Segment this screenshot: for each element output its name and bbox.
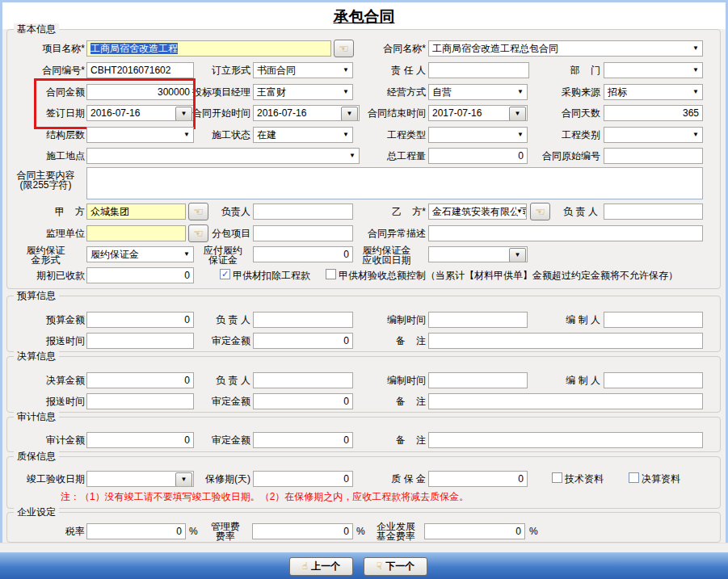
payable-guarantee-field[interactable]: 0 xyxy=(253,246,353,262)
budget-approved-field[interactable]: 0 xyxy=(253,333,353,349)
up-hand-icon: ☝ xyxy=(302,560,308,572)
guarantee-form-combo[interactable]: 履约保证金▼ xyxy=(86,246,194,262)
budget-ctime-field[interactable] xyxy=(428,312,528,328)
dropdown-arrow-icon: ▼ xyxy=(517,132,524,138)
warranty-days-label: 保修期(天) xyxy=(187,473,250,485)
start-date-picker[interactable]: 2016-07-16▼ xyxy=(253,105,360,121)
material-control-checkbox[interactable] xyxy=(326,269,336,279)
responsible-field[interactable] xyxy=(428,62,529,78)
contract-name-combo[interactable]: 工商局宿舍改造工程总包合同▼ xyxy=(428,40,703,57)
contract-days-field[interactable]: 365 xyxy=(604,105,703,121)
final-docs-checkbox[interactable] xyxy=(629,472,639,483)
responsible-label: 责 任 人 xyxy=(347,65,426,76)
dev-rate-field[interactable]: 0 xyxy=(424,523,525,539)
window-border-left xyxy=(0,0,2,552)
warranty-note: 注：（1）没有竣工请不要填写竣工验收日期。（2）在保修期之内，应收工程款将减去质… xyxy=(61,490,469,504)
project-category-combo[interactable]: ▼ xyxy=(604,127,703,143)
bid-manager-combo[interactable]: 王富财▼ xyxy=(253,84,353,100)
initial-received-label: 期初已收款 xyxy=(6,270,85,281)
guarantee-return-picker[interactable]: ▼ xyxy=(428,246,528,262)
supervisor-field[interactable] xyxy=(86,225,186,241)
initial-received-field[interactable]: 0 xyxy=(86,267,194,283)
audit-amount-field[interactable]: 0 xyxy=(86,432,194,448)
settle-remark-field[interactable] xyxy=(428,393,703,409)
tax-rate-percent: % xyxy=(189,526,200,537)
previous-button[interactable]: ☝上一个 xyxy=(289,557,353,576)
warranty-fund-field[interactable]: 0 xyxy=(428,471,528,487)
audit-remark-field[interactable] xyxy=(428,432,703,448)
budget-amount-field[interactable]: 0 xyxy=(86,312,194,328)
settle-amount-label: 决算金额 xyxy=(6,375,85,386)
build-status-combo[interactable]: 在建▼ xyxy=(253,127,353,143)
mgmt-rate-field[interactable]: 0 xyxy=(252,523,353,539)
end-date-label: 合同结束时间 xyxy=(347,107,426,119)
original-no-label: 合同原始编号 xyxy=(537,150,600,162)
previous-button-label: 上一个 xyxy=(311,560,340,572)
audit-approved-field[interactable]: 0 xyxy=(253,432,353,448)
contract-no-label: 合同编号* xyxy=(6,65,85,76)
budget-compiler-field[interactable] xyxy=(604,312,703,328)
operation-mode-combo[interactable]: 自营▼ xyxy=(428,84,528,100)
settle-ctime-field[interactable] xyxy=(428,372,528,388)
settle-compiler-label: 编 制 人 xyxy=(537,375,600,386)
party-a-field[interactable]: 众城集团 xyxy=(86,203,186,220)
dev-rate-label: 企业发展 基金费率 xyxy=(374,522,418,541)
contract-no-field[interactable]: CBHT2016071602 xyxy=(86,62,194,78)
department-combo[interactable]: ▼ xyxy=(604,62,703,78)
supervisor-label: 监理单位 xyxy=(6,228,85,239)
settle-stime-label: 报送时间 xyxy=(6,396,85,407)
settle-stime-field[interactable] xyxy=(86,393,194,409)
project-type-combo[interactable]: ▼ xyxy=(428,127,528,143)
settle-ctime-label: 编制时间 xyxy=(347,375,426,386)
dropdown-arrow-icon: ▼ xyxy=(692,67,699,73)
main-content-textarea[interactable] xyxy=(86,167,703,199)
procure-source-value: 招标 xyxy=(608,86,627,98)
next-button[interactable]: ☟下一个 xyxy=(364,557,427,576)
original-no-field[interactable] xyxy=(604,148,703,164)
dropdown-arrow-icon: ▼ xyxy=(515,110,521,117)
abnormal-desc-field[interactable] xyxy=(428,225,703,241)
date-dropdown-button[interactable]: ▼ xyxy=(509,107,526,121)
group-enterprise-legend: 企业设定 xyxy=(14,506,59,518)
warranty-fund-label: 质 保 金 xyxy=(347,473,426,485)
tech-docs-checkbox[interactable] xyxy=(552,472,562,483)
date-dropdown-button[interactable]: ▼ xyxy=(509,248,526,262)
procure-source-combo[interactable]: 招标▼ xyxy=(604,84,703,100)
warranty-days-field[interactable]: 0 xyxy=(253,471,353,487)
form-type-label: 订立形式 xyxy=(187,65,250,76)
party-b-combo[interactable]: 金石建筑安装有限公司▼ xyxy=(428,203,527,220)
party-a-head-field[interactable] xyxy=(253,203,353,220)
budget-remark-field[interactable] xyxy=(428,333,703,349)
tax-rate-field[interactable]: 0 xyxy=(86,523,186,539)
party-b-head-field[interactable] xyxy=(604,203,703,220)
contract-name-value: 工商局宿舍改造工程总包合同 xyxy=(432,43,558,54)
build-site-combo[interactable]: ▼ xyxy=(86,148,360,164)
total-quantity-field[interactable]: 0 xyxy=(428,148,528,164)
subcontract-label: 分包项目 xyxy=(187,228,250,239)
form-type-combo[interactable]: 书面合同▼ xyxy=(253,62,353,78)
completion-date-picker[interactable]: ▼ xyxy=(86,471,194,487)
final-docs-label: 决算资料 xyxy=(642,473,690,485)
dropdown-arrow-icon: ▼ xyxy=(515,251,521,258)
dropdown-arrow-icon: ▼ xyxy=(692,45,699,52)
structure-layers-combo[interactable]: ▼ xyxy=(86,127,194,143)
settle-compiler-field[interactable] xyxy=(604,372,703,388)
dropdown-arrow-icon: ▼ xyxy=(517,89,524,95)
settle-head-field[interactable] xyxy=(253,372,353,388)
settle-approved-field[interactable]: 0 xyxy=(253,393,353,409)
budget-head-field[interactable] xyxy=(253,312,353,328)
deduct-material-checkbox[interactable]: ✓ xyxy=(220,269,230,279)
group-budget-legend: 预算信息 xyxy=(14,290,59,301)
settle-amount-field[interactable]: 0 xyxy=(86,372,194,388)
material-control-label: 甲供材验收总额控制（当累计【材料甲供单】金额超过约定金额将不允许保存） xyxy=(339,270,718,281)
settle-remark-label: 备 注 xyxy=(347,396,426,407)
party-b-label: 乙 方* xyxy=(347,206,426,217)
page-title: 承包合同 xyxy=(0,6,728,27)
budget-stime-field[interactable] xyxy=(86,333,194,349)
end-date-picker[interactable]: 2017-07-16▼ xyxy=(428,105,528,121)
mgmt-rate-percent: % xyxy=(356,526,368,537)
start-date-value: 2016-07-16 xyxy=(257,107,306,119)
subcontract-field[interactable] xyxy=(253,225,353,241)
project-name-field[interactable]: 工商局宿舍改造工程 xyxy=(86,40,331,57)
build-status-label: 施工状态 xyxy=(187,129,250,141)
